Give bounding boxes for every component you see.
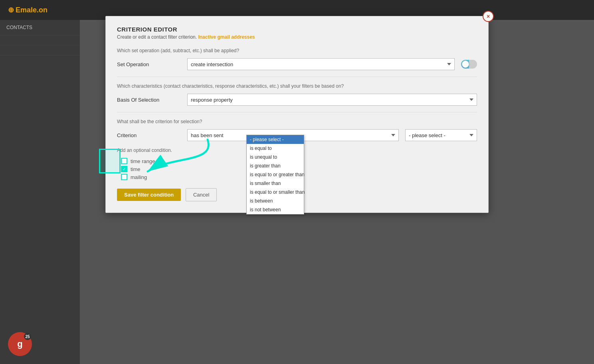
toggle-knob (462, 61, 469, 68)
section2-label: Which characteristics (contact character… (117, 83, 477, 89)
dropdown-option-please-select[interactable]: - please select - (247, 135, 304, 144)
basis-select[interactable]: response property contact property (187, 94, 477, 106)
subtitle-link[interactable]: Inactive gmail addresses (198, 34, 255, 40)
condition-time-range-label: time range (131, 158, 155, 164)
checkbox-time[interactable]: ✓ (121, 166, 127, 172)
badge-count: 25 (24, 333, 31, 340)
checkbox-time-range[interactable] (121, 158, 127, 164)
checkbox-time-check: ✓ (123, 167, 126, 171)
dropdown-option-smaller[interactable]: is smaller than (247, 179, 304, 188)
toggle-button[interactable] (461, 60, 477, 69)
dropdown-option-equal-smaller[interactable]: is equal to or smaller than (247, 188, 304, 197)
dropdown-open-list: - please select - is equal to is unequal… (246, 135, 304, 214)
modal-close-button[interactable]: × (483, 11, 494, 22)
dropdown-option-between[interactable]: is between (247, 197, 304, 205)
please-select-dropdown[interactable]: - please select - is equal to is unequal… (405, 129, 477, 141)
dropdown-option-equal-greater[interactable]: is equal to or greater than (247, 170, 304, 179)
condition-mailing-label: mailing (131, 174, 147, 180)
divider-2 (117, 112, 477, 112)
basis-label: Basis Of Selection (117, 97, 181, 103)
dropdown-option-not-between[interactable]: is not between (247, 205, 304, 214)
condition-time-label: time (131, 166, 141, 172)
dropdown-option-greater[interactable]: is greater than (247, 161, 304, 170)
close-icon: × (487, 13, 490, 20)
checkbox-mailing[interactable] (121, 174, 127, 180)
save-filter-button[interactable]: Save filter condition (117, 189, 181, 201)
section3-label: What shall be the criterion for selectio… (117, 119, 477, 124)
set-operation-label: Set Operation (117, 61, 181, 67)
set-operation-select[interactable]: create intersection add subtract (187, 58, 455, 70)
modal-subtitle: Create or edit a contact filter criterio… (117, 34, 477, 40)
basis-row: Basis Of Selection response property con… (117, 94, 477, 106)
badge-letter: g (17, 339, 22, 349)
divider-1 (117, 77, 477, 77)
subtitle-text: Create or edit a contact filter criterio… (117, 34, 197, 40)
dropdown-option-equal[interactable]: is equal to (247, 144, 304, 153)
dropdown-option-unequal[interactable]: is unequal to (247, 153, 304, 161)
set-operation-row: Set Operation create intersection add su… (117, 58, 477, 70)
notification-badge[interactable]: g 25 (8, 332, 32, 356)
section1-label: Which set operation (add, subtract, etc.… (117, 48, 477, 53)
cancel-button[interactable]: Cancel (186, 188, 217, 201)
criterion-label: Criterion (117, 132, 181, 138)
modal-title: CRITERION EDITOR (117, 26, 477, 33)
